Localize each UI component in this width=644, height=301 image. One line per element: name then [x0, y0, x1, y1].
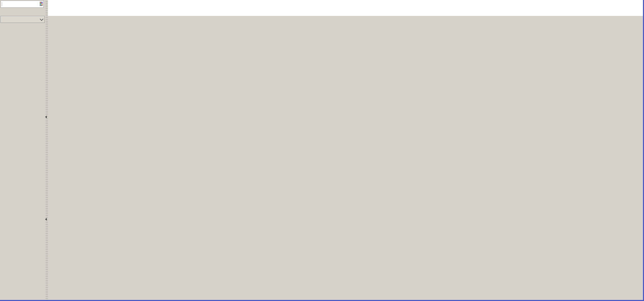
chevron-down-icon: [40, 17, 43, 21]
splitter-collapse-icon[interactable]: [45, 218, 47, 221]
annotation-input[interactable]: [1, 1, 44, 8]
view-mode-select[interactable]: [1, 16, 45, 23]
study-icon: [40, 2, 43, 6]
hypnogram-timeline[interactable]: [48, 0, 644, 16]
top-left-controls: [0, 0, 45, 24]
text-caret: [2, 2, 2, 6]
psg-application-window: [0, 0, 644, 301]
sidebar-splitter[interactable]: [45, 0, 48, 301]
splitter-collapse-icon[interactable]: [45, 116, 47, 118]
